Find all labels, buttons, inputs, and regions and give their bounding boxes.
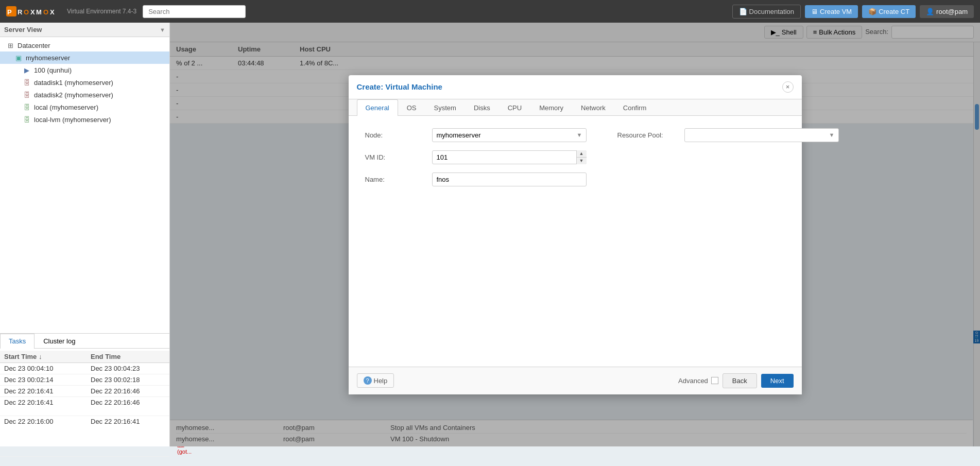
sidebar-item-vm100[interactable]: ▶ 100 (qunhui) <box>0 64 169 76</box>
modal-header: Create: Virtual Machine × <box>349 75 802 99</box>
form-left: Node: myhomeserver ▼ VM ID: <box>365 128 587 195</box>
sidebar-item-datadisk2[interactable]: 🗄 datadisk2 (myhomeserver) <box>0 89 169 101</box>
storage-icon-1: 🗄 <box>23 103 31 111</box>
topbar: P R O X M O X Virtual Environment 7.4-3 … <box>0 0 980 23</box>
tab-general[interactable]: General <box>357 99 398 116</box>
sidebar-item-local[interactable]: 🗄 local (myhomeserver) <box>0 101 169 113</box>
modal-body: Node: myhomeserver ▼ VM ID: <box>349 116 802 367</box>
sidebar-item-datacenter[interactable]: ⊞ Datacenter <box>0 39 169 51</box>
sidebar-item-datadisk2-label: datadisk2 (myhomeserver) <box>34 91 113 99</box>
bottom-content: Start Time ↓ End Time Status Dec 23 00:0… <box>0 349 169 459</box>
vm-icon: ▶ <box>23 66 31 74</box>
server-icon: ▣ <box>14 54 23 62</box>
modal-close-button[interactable]: × <box>782 81 794 93</box>
node-label: Node: <box>365 131 432 139</box>
resource-pool-row: Resource Pool: ▼ <box>617 128 839 142</box>
sidebar-item-locallvm[interactable]: 🗄 local-lvm (myhomeserver) <box>0 113 169 126</box>
version-text: Virtual Environment 7.4-3 <box>67 8 136 15</box>
storage-icon-2: 🗄 <box>23 115 31 124</box>
user-menu-button[interactable]: 👤 root@pam <box>920 5 974 18</box>
vmid-input[interactable] <box>432 150 587 164</box>
server-view-chevron: ▼ <box>160 27 165 33</box>
resource-pool-wrap: ▼ <box>684 128 839 142</box>
node-select[interactable]: myhomeserver <box>432 128 587 142</box>
bottom-tabs: Tasks Cluster log <box>0 334 169 349</box>
svg-text:M: M <box>36 8 42 16</box>
sidebar: Server View ▼ ⊞ Datacenter ▣ myhomeserve… <box>0 23 170 446</box>
sidebar-item-datacenter-label: Datacenter <box>18 42 50 49</box>
help-button[interactable]: ? Help <box>357 373 394 388</box>
create-ct-button[interactable]: 📦 Create CT <box>862 5 916 18</box>
tab-os[interactable]: OS <box>398 99 425 116</box>
advanced-checkbox[interactable] <box>711 377 718 384</box>
table-row[interactable]: Dec 22 20:16:00 Dec 22 20:16:41 Error: u… <box>0 416 169 457</box>
global-search-input[interactable] <box>143 5 246 18</box>
disk-icon-2: 🗄 <box>23 91 31 99</box>
user-icon: 👤 <box>926 8 934 15</box>
table-row[interactable]: Dec 22 20:16:41 Dec 22 20:16:46 OK <box>0 386 169 397</box>
modal-overlay: Create: Virtual Machine × General OS Sys… <box>170 23 980 446</box>
svg-text:X: X <box>30 8 35 16</box>
vmid-spinners: ▲ ▼ <box>576 150 587 164</box>
form-right: Resource Pool: ▼ <box>617 128 839 195</box>
logo: P R O X M O X Virtual Environment 7.4-3 <box>6 4 136 19</box>
col-start-time: Start Time ↓ <box>4 353 87 360</box>
documentation-button[interactable]: 📄 Documentation <box>732 5 801 19</box>
svg-text:O: O <box>24 8 29 16</box>
bottom-panel: Tasks Cluster log Start Time ↓ End Time … <box>0 333 169 446</box>
help-icon: ? <box>364 376 372 385</box>
create-vm-icon: 🖥 <box>811 8 818 15</box>
next-button[interactable]: Next <box>761 374 794 388</box>
tab-memory[interactable]: Memory <box>530 99 572 116</box>
sidebar-item-datadisk1[interactable]: 🗄 datadisk1 (myhomeserver) <box>0 76 169 89</box>
tab-cpu[interactable]: CPU <box>499 99 530 116</box>
tab-system[interactable]: System <box>425 99 465 116</box>
create-vm-button[interactable]: 🖥 Create VM <box>805 5 858 18</box>
doc-icon: 📄 <box>739 8 747 15</box>
modal-title: Create: Virtual Machine <box>357 82 442 91</box>
tab-cluster-log[interactable]: Cluster log <box>35 334 84 348</box>
tab-network[interactable]: Network <box>572 99 614 116</box>
create-vm-modal: Create: Virtual Machine × General OS Sys… <box>349 75 802 394</box>
table-row[interactable]: Dec 22 20:16:41 Dec 22 20:16:46 Warnings… <box>0 397 169 416</box>
main-layout: Server View ▼ ⊞ Datacenter ▣ myhomeserve… <box>0 23 980 446</box>
resource-pool-label: Resource Pool: <box>617 131 684 139</box>
modal-footer: ? Help Advanced Back Next <box>349 367 802 394</box>
vmid-label: VM ID: <box>365 153 432 161</box>
vmid-spin-wrap: ▲ ▼ <box>432 150 587 164</box>
tab-confirm[interactable]: Confirm <box>614 99 656 116</box>
datacenter-icon: ⊞ <box>6 41 14 49</box>
svg-text:P: P <box>7 8 12 16</box>
table-row[interactable]: Dec 23 00:04:10 Dec 23 00:04:23 OK <box>0 363 169 374</box>
vmid-row: VM ID: ▲ ▼ <box>365 150 587 164</box>
svg-text:X: X <box>50 8 55 16</box>
sidebar-tree: ⊞ Datacenter ▣ myhomeserver ▶ 100 (qunhu… <box>0 37 169 333</box>
close-icon: × <box>786 83 790 91</box>
back-button[interactable]: Back <box>723 373 757 388</box>
vmid-spin-up[interactable]: ▲ <box>577 150 587 158</box>
vmid-spin-down[interactable]: ▼ <box>577 158 587 164</box>
advanced-wrap: Advanced <box>678 377 718 385</box>
svg-text:O: O <box>43 8 48 16</box>
sidebar-item-myhomeserver[interactable]: ▣ myhomeserver <box>0 51 169 64</box>
name-label: Name: <box>365 176 432 183</box>
advanced-label: Advanced <box>678 377 708 385</box>
col-end-time: End Time <box>91 353 173 360</box>
resource-pool-select[interactable] <box>684 128 839 142</box>
create-ct-icon: 📦 <box>868 8 876 15</box>
tab-tasks[interactable]: Tasks <box>0 334 35 349</box>
tab-disks[interactable]: Disks <box>465 99 499 116</box>
table-row[interactable]: Dec 23 00:02:14 Dec 23 00:02:18 OK <box>0 374 169 386</box>
name-row: Name: <box>365 172 587 186</box>
footer-left: ? Help <box>357 373 394 388</box>
right-area: ▶_ Shell ≡ Bulk Actions Search: Usage Up… <box>170 23 980 446</box>
server-view-label: Server View <box>4 26 42 33</box>
sidebar-item-locallvm-label: local-lvm (myhomeserver) <box>34 116 111 124</box>
modal-tabs: General OS System Disks CPU Memory Netwo… <box>349 99 802 116</box>
sidebar-item-myhomeserver-label: myhomeserver <box>26 54 70 62</box>
name-input[interactable] <box>432 172 587 186</box>
svg-text:R: R <box>18 8 23 16</box>
sidebar-item-vm100-label: 100 (qunhui) <box>34 66 72 74</box>
topbar-right: 📄 Documentation 🖥 Create VM 📦 Create CT … <box>732 5 974 19</box>
sidebar-item-datadisk1-label: datadisk1 (myhomeserver) <box>34 79 113 87</box>
